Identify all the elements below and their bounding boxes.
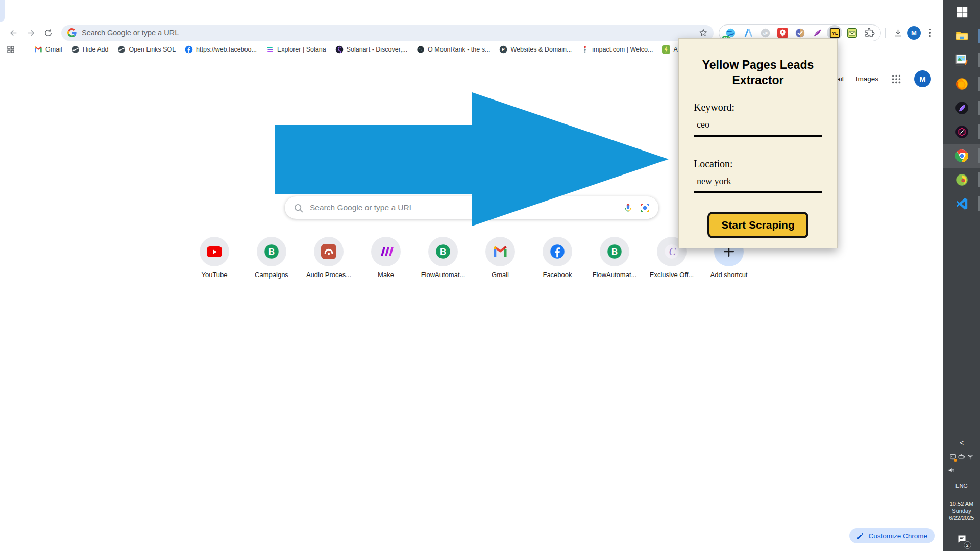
customize-chrome-button[interactable]: Customize Chrome	[849, 528, 935, 543]
start-scraping-button[interactable]: Start Scraping	[707, 212, 808, 238]
reload-button[interactable]	[40, 25, 56, 40]
b-circle-icon: B	[600, 237, 629, 266]
taskbar-file-explorer[interactable]	[943, 24, 980, 48]
volume-icon[interactable]	[947, 466, 955, 477]
power-battery-icon[interactable]	[958, 453, 965, 462]
bookmark-item[interactable]: Hide Add	[71, 45, 109, 54]
page-header: Gmail Images M	[825, 70, 931, 87]
tab-strip	[0, 0, 943, 23]
ads-icon	[743, 28, 753, 38]
explorer-icon	[955, 29, 969, 43]
shortcut-label: Add shortcut	[710, 271, 748, 279]
bookmark-item[interactable]: https://web.faceboo...	[185, 45, 257, 54]
b-circle-icon: B	[428, 237, 458, 266]
photo-icon	[955, 53, 969, 67]
clock-time: 10:52 AM	[949, 500, 974, 507]
bookmark-label: Explorer | Solana	[277, 46, 326, 53]
shortcut-label: FlowAutomat...	[421, 271, 465, 279]
shortcut-youtube[interactable]: YouTube	[186, 237, 243, 279]
images-link[interactable]: Images	[856, 75, 878, 83]
bookmark-item[interactable]: Gmail	[34, 45, 62, 54]
feather-app-icon	[955, 101, 969, 115]
keyword-underline	[694, 135, 822, 137]
taskbar-photo-editor[interactable]	[943, 48, 980, 72]
pencil-icon	[856, 532, 864, 540]
mail-icon	[847, 28, 857, 38]
taskbar-firefox[interactable]	[943, 72, 980, 96]
clock-day: Sunday	[949, 507, 974, 514]
forward-button[interactable]	[22, 25, 39, 40]
taskbar-hexagon-app[interactable]	[943, 120, 980, 144]
bookmark-item[interactable]: Explorer | Solana	[266, 45, 326, 54]
impact-icon	[581, 45, 589, 54]
location-field: Location: new york	[694, 158, 822, 193]
shortcut-gmail[interactable]: Gmail	[472, 237, 529, 279]
location-input[interactable]: new york	[694, 176, 822, 187]
globe-icon	[71, 45, 80, 54]
voice-search-icon[interactable]	[623, 203, 633, 213]
vscode-icon	[955, 197, 969, 211]
bookmark-item[interactable]: impact.com | Welco...	[581, 45, 653, 54]
search-icon	[293, 203, 304, 213]
customize-chrome-label: Customize Chrome	[868, 532, 927, 540]
feather-icon	[812, 28, 823, 38]
globe-on-icon: ON	[725, 28, 736, 38]
bookmark-apps-grid-icon[interactable]	[6, 45, 15, 54]
notification-center[interactable]: 2	[957, 534, 967, 546]
facebook-icon	[543, 237, 572, 266]
lens-search-icon[interactable]	[640, 203, 650, 213]
bookmark-label: Hide Add	[83, 46, 109, 53]
solana-icon	[266, 45, 274, 54]
shortcut-facebook[interactable]: Facebook	[529, 237, 586, 279]
taskbar-chameleon-app[interactable]	[943, 168, 980, 192]
bookmark-item[interactable]: PWebsites & Domain...	[499, 45, 572, 54]
google-apps-icon[interactable]	[891, 73, 902, 85]
bookmark-item[interactable]: O MoonRank - the s...	[416, 45, 490, 54]
bookmark-label: Websites & Domain...	[510, 46, 572, 53]
solanart-icon	[335, 45, 344, 54]
taskbar-clock[interactable]: 10:52 AM Sunday 6/22/2025	[949, 500, 974, 521]
bookmark-item[interactable]: Solanart - Discover,...	[335, 45, 408, 54]
back-button[interactable]	[5, 25, 21, 40]
taskbar-chrome[interactable]	[943, 144, 980, 168]
keyword-input[interactable]: ceo	[694, 119, 822, 130]
gmail-icon	[485, 237, 515, 266]
b-circle-icon: B	[257, 237, 286, 266]
google-g-icon	[67, 28, 77, 37]
audio-icon	[314, 237, 344, 266]
wifi-icon[interactable]	[967, 453, 974, 462]
profile-avatar[interactable]: M	[907, 26, 921, 40]
address-bar[interactable]: Search Google or type a URL	[61, 25, 714, 41]
shortcut-audio-proces[interactable]: Audio Proces...	[300, 237, 357, 279]
browser-window: Search Google or type a URL ONcPYL M Gma…	[0, 0, 943, 551]
menu-button[interactable]	[922, 25, 938, 40]
language-indicator[interactable]: ENG	[955, 483, 968, 489]
extension-mail[interactable]	[844, 25, 860, 40]
shortcut-flowautomat[interactable]: BFlowAutomat...	[586, 237, 643, 279]
taskbar-vscode[interactable]	[943, 192, 980, 216]
shortcut-label: Campaigns	[255, 271, 288, 279]
bookmark-label: Gmail	[45, 46, 62, 53]
bookmark-star-icon[interactable]	[696, 26, 710, 40]
svg-text:YL: YL	[831, 31, 838, 36]
google-search-bar[interactable]: Search Google or type a URL	[285, 196, 658, 219]
shortcut-make[interactable]: Make	[357, 237, 414, 279]
bookmark-label: Open Links SOL	[129, 46, 176, 53]
display-status-icon[interactable]	[949, 453, 957, 462]
account-avatar[interactable]: M	[914, 70, 931, 87]
shortcut-campaigns[interactable]: BCampaigns	[243, 237, 300, 279]
globe-icon	[117, 45, 126, 54]
taskbar-start-button[interactable]	[943, 0, 980, 24]
yl-icon: YL	[829, 28, 840, 38]
bolt-icon	[662, 45, 670, 54]
bookmark-item[interactable]: Open Links SOL	[117, 45, 176, 54]
extensions-menu[interactable]	[862, 25, 877, 40]
check-icon	[795, 28, 805, 38]
downloads-button[interactable]	[890, 25, 906, 40]
tab-edge[interactable]	[0, 0, 5, 22]
hidden-icons-chevron[interactable]: <	[960, 439, 964, 447]
shortcut-flowautomat[interactable]: BFlowAutomat...	[414, 237, 472, 279]
taskbar-feather-app[interactable]	[943, 96, 980, 120]
kebab-icon	[923, 29, 937, 37]
clock-date: 6/22/2025	[949, 514, 974, 521]
